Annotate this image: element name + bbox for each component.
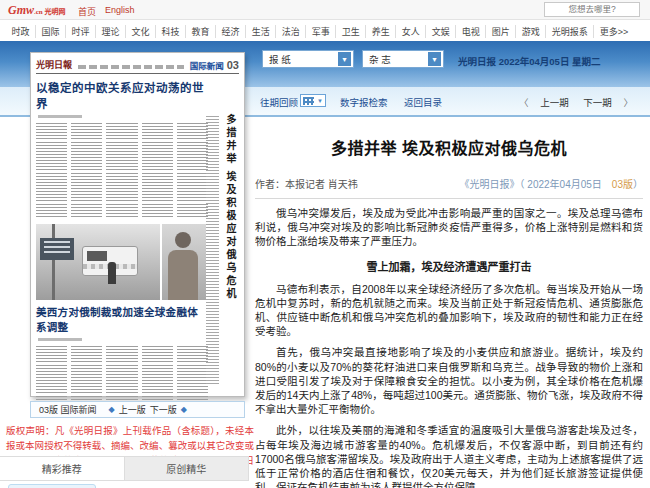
next-issue-link[interactable]: 下一期 [583, 97, 612, 108]
article-byline-row: 作者：本报记者 肖天祎 《光明日报》（ 2022年04月05日 03版） [255, 176, 643, 199]
chevron-down-icon: ▼ [428, 52, 441, 66]
nav-item-wenyu[interactable]: 文娱 [426, 25, 456, 38]
chevron-down-icon: ▼ [317, 98, 323, 104]
newspaper-fake-text-column [71, 123, 102, 219]
newspaper-fake-text-column [106, 123, 137, 219]
nav-item-yangsheng[interactable]: 养生 [366, 25, 396, 38]
calendar-picker-icon[interactable]: ▼ [300, 94, 326, 107]
nav-item-junshi[interactable]: 军事 [306, 25, 336, 38]
issue-navigation: 〈 上一期 下一期 〉 [516, 95, 636, 109]
past-issues-link[interactable]: 往期回顾 [260, 95, 298, 109]
nav-item-keji[interactable]: 科技 [156, 25, 186, 38]
newspaper-text-columns-1 [36, 123, 208, 219]
where-to-go-button[interactable]: 您想去哪里? [544, 2, 640, 17]
diamond-icon: ◆ [181, 405, 187, 414]
nav-item-baoxi[interactable]: 光明报系 [546, 25, 594, 38]
article-source-name: 《光明日报》（ 2022年04月05日 [460, 179, 602, 190]
newspaper-article-column-placeholder [206, 116, 219, 386]
nav-item-weisheng[interactable]: 卫生 [336, 25, 366, 38]
chevron-down-icon: ▼ [338, 52, 351, 66]
newspaper-fake-text-column [36, 123, 67, 219]
article-source-suffix: ） [633, 179, 643, 190]
photo-pedestrian [108, 262, 116, 284]
article-paragraph: 俄乌冲突爆发后，埃及成为受此冲击影响最严重的国家之一。埃及总理马德布利说，俄乌冲… [255, 206, 643, 249]
article-source: 《光明日报》（ 2022年04月05日 03版） [460, 176, 643, 191]
nav-item-shiping[interactable]: 时评 [66, 25, 96, 38]
newspaper-fake-text-column [177, 123, 208, 219]
next-arrow-icon: 〉 [623, 97, 633, 108]
nav-item-jingji[interactable]: 经济 [216, 25, 246, 38]
newspaper-masthead-row: 光明日報 国际新闻 03 [36, 58, 239, 74]
portrait-body [168, 250, 198, 300]
newspaper-main-area: 以稳定的中欧关系应对动荡的世界 [36, 74, 208, 390]
gmw-logo-main: Gmw [8, 3, 34, 17]
newspaper-section-label: 国际新闻 [190, 59, 224, 71]
newspaper-page-image[interactable]: 光明日報 国际新闻 03 以稳定的中欧关系应对动荡的世界 [30, 52, 245, 397]
nav-item-more[interactable]: 更多>> [594, 25, 634, 38]
nav-item-shizheng[interactable]: 时政 [6, 25, 36, 38]
prev-page-link[interactable]: 上一版 [119, 403, 146, 416]
publication-select[interactable]: 报 纸 ▼ [262, 50, 354, 68]
newspaper-byline-placeholder [38, 338, 82, 341]
newspaper-fake-text-column [142, 123, 173, 219]
gmw-logo[interactable]: Gmw.cn 光明网 [8, 3, 66, 18]
tab-original[interactable]: 原创精华 [125, 457, 249, 480]
nav-item-fazhi[interactable]: 法治 [276, 25, 306, 38]
article-author: 作者：本报记者 肖天祎 [255, 176, 358, 191]
prev-issue-link[interactable]: 上一期 [540, 97, 569, 108]
nav-item-jiaoyu[interactable]: 教育 [186, 25, 216, 38]
nav-item-wenhua[interactable]: 文化 [126, 25, 156, 38]
article-subhead: 雪上加霜，埃及经济遭遇严重打击 [255, 258, 643, 274]
newspaper-page-number: 03 [227, 59, 239, 71]
calendar-grid-icon [303, 97, 314, 105]
category-select-value: 杂 志 [369, 52, 391, 66]
newspaper-vertical-headline: 多措并举 埃及积极应对俄乌危机 [222, 114, 238, 376]
newspaper-headline-2: 美西方对俄制裁或加速全球金融体系调整 [36, 304, 208, 334]
gmw-epaper-page: Gmw.cn 光明网 首页 English 您想去哪里? 时政 国际 时评 理论… [0, 0, 650, 488]
newspaper-photo-row [36, 224, 208, 300]
nav-item-shenghuo[interactable]: 生活 [246, 25, 276, 38]
newspaper-body: 以稳定的中欧关系应对动荡的世界 [36, 74, 239, 390]
photo-ambulance-window [87, 251, 107, 261]
hospital-street-photo [36, 224, 160, 300]
newspaper-headline-1: 以稳定的中欧关系应对动荡的世界 [36, 79, 208, 111]
category-select[interactable]: 杂 志 ▼ [362, 50, 444, 68]
back-to-toc-link[interactable]: 返回目录 [404, 95, 442, 109]
article-paragraph: 此外，以往埃及美丽的海滩和冬季适宜的温度吸引大量俄乌游客赴埃及过冬，占每年埃及海… [255, 423, 643, 488]
newspaper-header-links-placeholder [78, 65, 184, 69]
diamond-icon: ◆ [109, 405, 115, 414]
nav-item-youxi[interactable]: 游戏 [516, 25, 546, 38]
bottom-tabs: 精彩推荐 原创精华 [0, 456, 249, 481]
article-body: 俄乌冲突爆发后，埃及成为受此冲击影响最严重的国家之一。埃及总理马德布利说，俄乌冲… [255, 206, 643, 488]
nav-item-guoji[interactable]: 国际 [36, 25, 66, 38]
gmw-logo-sub: .cn 光明网 [34, 8, 66, 16]
nav-item-tupian[interactable]: 图片 [486, 25, 516, 38]
photo-lamp-post [52, 224, 55, 300]
article-paragraph: 首先，俄乌冲突最直接地影响了埃及的小麦供应和旅游业。据统计，埃及约80%的小麦以… [255, 345, 643, 416]
next-page-link[interactable]: 下一版 [150, 403, 177, 416]
portrait-head [175, 232, 191, 248]
digital-search-link[interactable]: 数字报检索 [340, 95, 388, 109]
article-source-page: 03版 [602, 179, 633, 190]
category-nav: 时政 国际 时评 理论 文化 科技 教育 经济 生活 法治 军事 卫生 养生 女… [0, 21, 650, 41]
home-link[interactable]: 首页 [78, 5, 96, 18]
page-navigation-bar: 03版 国际新闻 ◆ 上一版 下一版 ◆ [30, 401, 245, 418]
nav-item-dianshi[interactable]: 电视 [456, 25, 486, 38]
current-page-label: 03版 国际新闻 [39, 403, 97, 416]
portrait-photo [162, 224, 206, 300]
english-link[interactable]: English [105, 5, 135, 15]
photo-hospital-sign [40, 238, 74, 260]
article-title: 多措并举 埃及积极应对俄乌危机 [255, 135, 643, 159]
prev-arrow-icon: 〈 [519, 97, 529, 108]
top-utility-bar: Gmw.cn 光明网 首页 English 您想去哪里? [0, 0, 650, 20]
newspaper-masthead: 光明日報 [36, 58, 72, 71]
bottom-widget-cutoff [8, 484, 96, 488]
issue-date-label: 光明日报 2022年04月05日 星期二 [458, 54, 601, 68]
article-column: 多措并举 埃及积极应对俄乌危机 作者：本报记者 肖天祎 《光明日报》（ 2022… [255, 119, 643, 488]
tab-recommend[interactable]: 精彩推荐 [0, 457, 125, 480]
newspaper-byline-placeholder [38, 115, 82, 118]
article-paragraph: 马德布利表示，自2008年以来全球经济经历了多次危机。每当埃及开始从一场危机中复… [255, 282, 643, 339]
nav-item-nvren[interactable]: 女人 [396, 25, 426, 38]
nav-item-lilun[interactable]: 理论 [96, 25, 126, 38]
publication-select-value: 报 纸 [269, 52, 291, 66]
